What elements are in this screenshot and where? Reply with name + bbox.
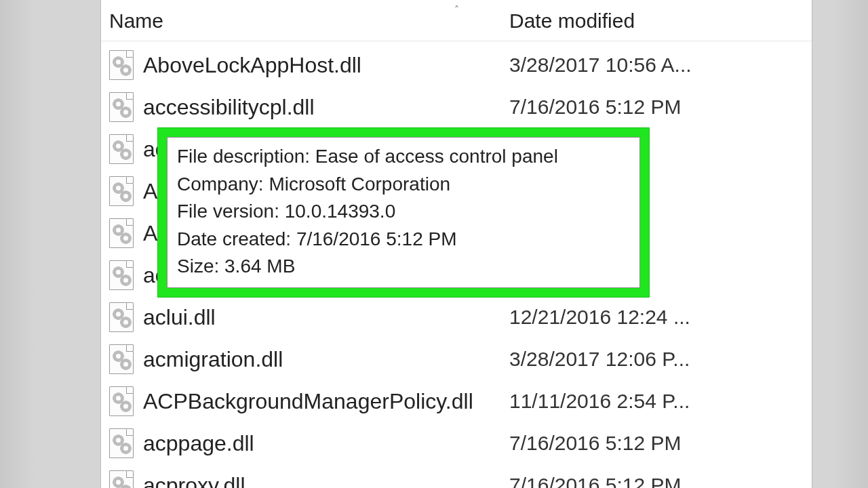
file-row[interactable]: accessibilitycpl.dll 7/16/2016 5:12 PM [101, 86, 812, 128]
window-crop: ˄ Name Date modified AboveLockAppHost.dl… [0, 0, 868, 488]
sort-ascending-icon: ˄ [454, 4, 459, 15]
dll-file-icon [109, 218, 134, 248]
file-date: 12/21/2016 12:24 ... [509, 306, 805, 329]
file-name: ACPBackgroundManagerPolicy.dll [143, 389, 473, 414]
file-properties-tooltip: File description: Ease of access control… [167, 137, 640, 288]
dll-file-icon [109, 176, 134, 206]
tooltip-line: Date created: 7/16/2016 5:12 PM [177, 226, 630, 253]
tooltip-line: Company: Microsoft Corporation [177, 171, 630, 199]
column-header-name[interactable]: Name [109, 9, 163, 32]
file-row[interactable]: acproxy.dll 7/16/2016 5:12 PM [101, 464, 812, 488]
file-date: 11/11/2016 2:54 P... [509, 390, 805, 413]
tooltip-line: File description: Ease of access control… [177, 143, 630, 171]
file-row[interactable]: ACPBackgroundManagerPolicy.dll 11/11/201… [101, 380, 812, 422]
file-name: aclui.dll [143, 305, 216, 330]
dll-file-icon [109, 134, 134, 164]
file-date: 3/28/2017 10:56 A... [509, 54, 805, 77]
file-date: 3/28/2017 12:06 P... [509, 348, 805, 371]
dll-file-icon [109, 428, 134, 458]
file-row[interactable]: acmigration.dll 3/28/2017 12:06 P... [101, 338, 812, 380]
file-name: acmigration.dll [143, 347, 283, 372]
dll-file-icon [109, 260, 134, 290]
tooltip-highlight: File description: Ease of access control… [157, 127, 650, 298]
dll-file-icon [109, 386, 134, 416]
file-date: 7/16/2016 5:12 PM [509, 474, 805, 488]
file-row[interactable]: acppage.dll 7/16/2016 5:12 PM [101, 422, 812, 464]
file-name: AboveLockAppHost.dll [143, 53, 361, 78]
dll-file-icon [109, 50, 134, 80]
file-row[interactable]: AboveLockAppHost.dll 3/28/2017 10:56 A..… [101, 44, 812, 86]
dll-file-icon [109, 92, 134, 122]
file-name: acproxy.dll [143, 473, 245, 489]
file-date: 7/16/2016 5:12 PM [509, 432, 805, 455]
file-name: acppage.dll [143, 431, 254, 456]
file-date: 7/16/2016 5:12 PM [509, 96, 805, 119]
tooltip-line: File version: 10.0.14393.0 [177, 198, 630, 226]
dll-file-icon [109, 470, 134, 488]
tooltip-line: Size: 3.64 MB [177, 253, 630, 281]
file-name: accessibilitycpl.dll [143, 95, 315, 120]
dll-file-icon [109, 344, 134, 374]
file-row[interactable]: aclui.dll 12/21/2016 12:24 ... [101, 296, 812, 338]
column-header-date[interactable]: Date modified [509, 9, 635, 32]
dll-file-icon [109, 302, 134, 332]
